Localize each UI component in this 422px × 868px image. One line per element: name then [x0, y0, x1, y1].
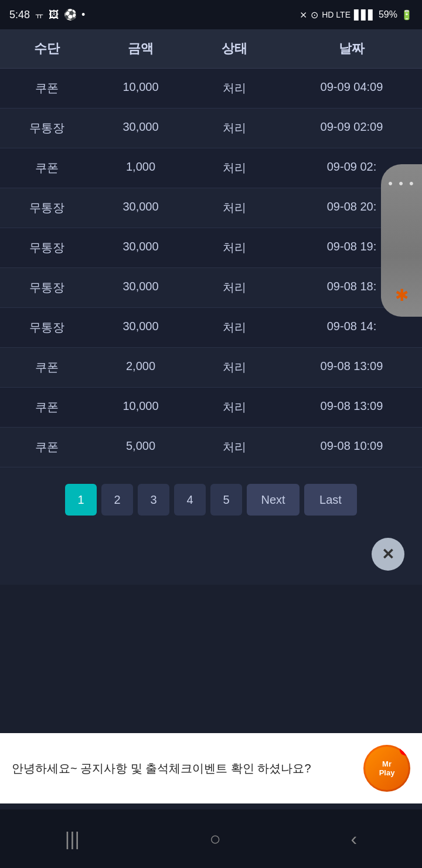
floating-menu[interactable]: • • • ✱ — [381, 164, 422, 317]
cell-amount: 30,000 — [94, 228, 188, 267]
bottom-section: 1 2 3 4 5 Next Last ✕ — [0, 467, 422, 585]
cell-method: 쿠폰 — [0, 348, 94, 387]
cell-status: 처리 — [188, 308, 281, 347]
cell-method: 무통장 — [0, 108, 94, 148]
status-left: 5:48 ㅠ 🖼 ⚽ • — [9, 8, 85, 21]
image-icon: 🖼 — [49, 9, 59, 21]
dot-icon: • — [81, 9, 85, 21]
cell-status: 처리 — [188, 228, 281, 267]
dots-icon: • • • — [388, 176, 414, 191]
cell-method: 무통장 — [0, 188, 94, 228]
chat-bubble[interactable]: 안녕하세요~ 공지사항 및 출석체크이벤트 확인 하셨나요? MrPlay — [0, 733, 422, 803]
soccer-icon: ⚽ — [64, 8, 77, 21]
close-icon: ✕ — [382, 545, 394, 564]
cell-amount: 1,000 — [94, 148, 188, 188]
col-status-header: 상태 — [188, 29, 281, 68]
bluetooth-status-icon: ⨯ — [300, 9, 307, 21]
menu-button[interactable]: ||| — [65, 828, 80, 850]
table-row: 쿠폰 1,000 처리 09-09 02: — [0, 148, 422, 188]
back-button[interactable]: ‹ — [350, 828, 357, 850]
table-row: 무통장 30,000 처리 09-09 02:09 — [0, 108, 422, 148]
next-button[interactable]: Next — [247, 484, 300, 516]
cell-amount: 10,000 — [94, 388, 188, 427]
cell-status: 처리 — [188, 188, 281, 228]
status-right: ⨯ ⊙ HD LTE ▋▋▋ 59% 🔋 — [300, 9, 413, 21]
cell-status: 처리 — [188, 268, 281, 307]
cell-amount: 5,000 — [94, 428, 188, 467]
page-2-button[interactable]: 2 — [101, 484, 133, 516]
cell-status: 처리 — [188, 69, 281, 108]
table-row: 쿠폰 5,000 처리 09-08 10:09 — [0, 428, 422, 467]
table-row: 쿠폰 2,000 처리 09-08 13:09 — [0, 348, 422, 388]
location-icon: ⊙ — [311, 9, 318, 21]
pagination: 1 2 3 4 5 Next Last — [0, 467, 422, 532]
cell-status: 처리 — [188, 148, 281, 188]
close-button[interactable]: ✕ — [372, 538, 404, 571]
cell-method: 무통장 — [0, 228, 94, 267]
col-amount-header: 금액 — [94, 29, 188, 68]
cell-date: 09-08 10:09 — [281, 428, 422, 467]
status-bar: 5:48 ㅠ 🖼 ⚽ • ⨯ ⊙ HD LTE ▋▋▋ 59% 🔋 — [0, 0, 422, 29]
table-row: 쿠폰 10,000 처리 09-09 04:09 — [0, 69, 422, 108]
record-indicator — [400, 745, 410, 755]
cell-status: 처리 — [188, 108, 281, 148]
bluetooth-icon: ✱ — [395, 286, 409, 305]
transaction-table: 수단 금액 상태 날짜 쿠폰 10,000 처리 09-09 04:09 무통장… — [0, 29, 422, 467]
page-5-button[interactable]: 5 — [210, 484, 242, 516]
cell-method: 쿠폰 — [0, 428, 94, 467]
signal-icon: ▋▋▋ — [354, 9, 375, 21]
time-display: 5:48 — [9, 9, 30, 21]
page-3-button[interactable]: 3 — [138, 484, 169, 516]
table-row: 쿠폰 10,000 처리 09-08 13:09 — [0, 388, 422, 428]
home-button[interactable]: ○ — [209, 828, 220, 850]
page-4-button[interactable]: 4 — [174, 484, 206, 516]
cell-method: 쿠폰 — [0, 69, 94, 108]
cell-date: 09-08 13:09 — [281, 348, 422, 387]
col-method-header: 수단 — [0, 29, 94, 68]
cell-method: 무통장 — [0, 308, 94, 347]
cell-status: 처리 — [188, 428, 281, 467]
cell-amount: 30,000 — [94, 188, 188, 228]
table-header: 수단 금액 상태 날짜 — [0, 29, 422, 69]
last-button[interactable]: Last — [304, 484, 357, 516]
cell-amount: 30,000 — [94, 268, 188, 307]
battery-display: 59% — [379, 9, 397, 20]
table-body: 쿠폰 10,000 처리 09-09 04:09 무통장 30,000 처리 0… — [0, 69, 422, 467]
table-row: 무통장 30,000 처리 09-08 18: — [0, 268, 422, 308]
cell-status: 처리 — [188, 388, 281, 427]
hd-lte-icon: HD LTE — [322, 10, 350, 19]
cell-amount: 30,000 — [94, 308, 188, 347]
korean-t-icon: ㅠ — [35, 9, 44, 21]
page-1-button[interactable]: 1 — [65, 484, 97, 516]
table-row: 무통장 30,000 처리 09-08 14: — [0, 308, 422, 348]
battery-icon: 🔋 — [401, 9, 413, 21]
cell-amount: 2,000 — [94, 348, 188, 387]
cell-date: 09-08 13:09 — [281, 388, 422, 427]
cell-date: 09-09 04:09 — [281, 69, 422, 108]
table-row: 무통장 30,000 처리 09-08 20: — [0, 188, 422, 228]
cell-method: 무통장 — [0, 268, 94, 307]
chat-avatar: MrPlay — [363, 745, 410, 792]
cell-method: 쿠폰 — [0, 388, 94, 427]
bottom-navigation: ||| ○ ‹ — [0, 809, 422, 868]
cell-amount: 30,000 — [94, 108, 188, 148]
table-row: 무통장 30,000 처리 09-08 19: — [0, 228, 422, 268]
cell-date: 09-09 02:09 — [281, 108, 422, 148]
col-date-header: 날짜 — [281, 29, 422, 68]
cell-status: 처리 — [188, 348, 281, 387]
cell-method: 쿠폰 — [0, 148, 94, 188]
chat-message: 안녕하세요~ 공지사항 및 출석체크이벤트 확인 하셨나요? — [12, 760, 354, 777]
cell-amount: 10,000 — [94, 69, 188, 108]
